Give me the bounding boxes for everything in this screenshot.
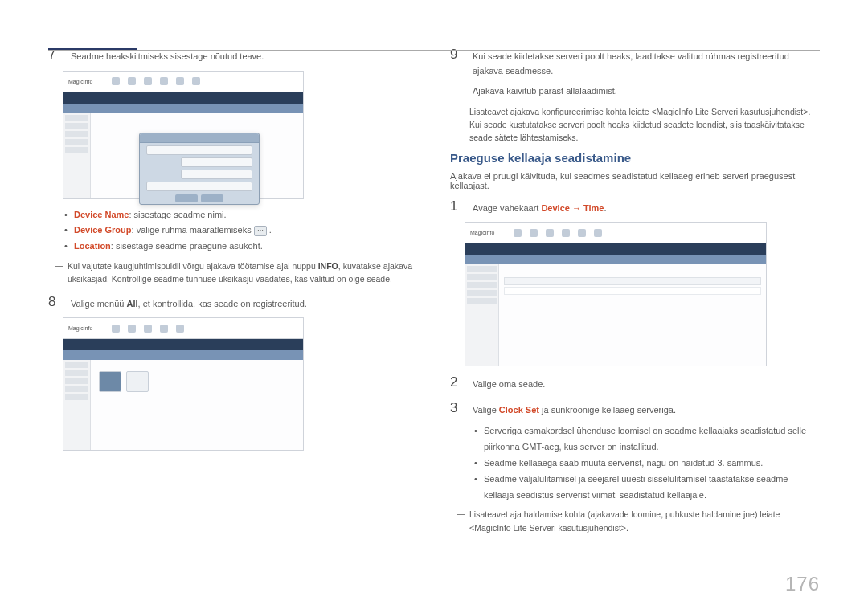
dialog-titlebar xyxy=(140,133,259,143)
device-time-path: Device → Time xyxy=(541,203,604,213)
step9-line2: Ajakava käivitub pärast allalaadimist. xyxy=(473,84,820,99)
app-header-icons xyxy=(97,77,200,85)
header-icon xyxy=(594,229,602,237)
screenshot-device-time-tab: MagicInfo xyxy=(465,222,767,366)
note-text: Kui vajutate kaugjuhtimispuldil võrgu aj… xyxy=(68,261,412,284)
step-text: Avage vahekaart Device → Time. xyxy=(473,198,607,216)
section-intro: Ajakava ei pruugi käivituda, kui seadmes… xyxy=(450,171,820,190)
right-column: 9 Kui seade kiidetakse serveri poolt hea… xyxy=(450,39,820,541)
list-item-row xyxy=(504,287,761,295)
list-header-row xyxy=(504,277,761,285)
device-tile-selected xyxy=(99,371,121,392)
header-icon xyxy=(128,77,136,85)
header-icon xyxy=(160,77,168,85)
app-header-icons xyxy=(97,325,184,333)
bullet-server-change: Seadme kellaaega saab muuta serverist, n… xyxy=(474,456,820,472)
bullet-device-name: Device Name: sisestage seadme nimi. xyxy=(64,207,418,223)
screenshot-canvas xyxy=(91,360,303,450)
screenshot-menubar xyxy=(63,92,303,104)
header-icon xyxy=(546,229,554,237)
screenshot-device-approval-dialog: MagicInfo xyxy=(63,71,304,199)
header-icon xyxy=(530,229,538,237)
header-icon xyxy=(562,229,570,237)
header-rule xyxy=(48,50,820,51)
bullet-device-group: Device Group: valige rühma määratlemisek… xyxy=(64,223,418,239)
field-label: Device Group xyxy=(74,225,132,235)
app-logo-text: MagicInfo xyxy=(63,325,97,331)
approval-dialog xyxy=(139,133,260,205)
clock-set-label: Clock Set xyxy=(499,405,539,415)
device-tile xyxy=(126,371,149,392)
dialog-field xyxy=(146,145,252,155)
step7-note: Kui vajutate kaugjuhtimispuldil võrgu aj… xyxy=(55,260,418,286)
header-icon xyxy=(144,325,152,333)
bullet-gmt: Serveriga esmakordsel ühenduse loomisel … xyxy=(474,423,820,456)
header-icon xyxy=(144,77,152,85)
header-icon xyxy=(192,77,200,85)
dialog-button xyxy=(201,194,223,202)
screenshot-tabbar xyxy=(465,255,766,264)
all-bold: All xyxy=(127,299,138,309)
dialog-button-row xyxy=(140,194,259,202)
screenshot-device-list-all: MagicInfo xyxy=(63,317,304,451)
section-heading-current-time: Praeguse kellaaja seadistamine xyxy=(450,151,820,165)
step7-field-bullets: Device Name: sisestage seadme nimi. Devi… xyxy=(64,207,418,255)
step-number: 8 xyxy=(48,294,59,312)
screenshot-titlebar: MagicInfo xyxy=(63,318,303,339)
step-text: Valige oma seade. xyxy=(473,374,545,392)
field-desc: : sisestage seadme praegune asukoht. xyxy=(111,241,263,251)
dialog-field xyxy=(181,157,252,167)
page-content: 7 Seadme heakskiitmiseks sisestage nõutu… xyxy=(0,0,868,565)
step9-line1: Kui seade kiidetakse serveri poolt heaks… xyxy=(473,50,820,78)
screenshot-titlebar: MagicInfo xyxy=(63,72,303,92)
header-icon xyxy=(176,325,184,333)
step-number: 2 xyxy=(450,374,461,392)
header-icon xyxy=(128,325,136,333)
step-text: Valige Clock Set ja sünkroonige kellaaeg… xyxy=(473,400,676,418)
step-text: Kui seade kiidetakse serveri poolt heaks… xyxy=(473,47,820,99)
step-number: 3 xyxy=(450,400,461,418)
left-column: 7 Seadme heakskiitmiseks sisestage nõutu… xyxy=(48,39,418,541)
header-icon xyxy=(112,325,120,333)
note-time-management: Lisateavet aja haldamise kohta (ajakavad… xyxy=(457,508,820,534)
step9-notes: Lisateavet ajakava konfigureerimise koht… xyxy=(457,105,820,145)
field-label: Device Name xyxy=(74,210,129,219)
step-1-time: 1 Avage vahekaart Device → Time. xyxy=(450,198,820,216)
field-desc: : valige rühma määratlemiseks xyxy=(132,225,254,235)
step-8: 8 Valige menüü All, et kontrollida, kas … xyxy=(48,294,418,312)
step-number: 1 xyxy=(450,198,461,216)
screenshot-tabbar xyxy=(63,350,303,360)
screenshot-canvas xyxy=(91,113,303,198)
screenshot-menubar xyxy=(63,339,303,350)
app-header-icons xyxy=(499,229,602,237)
header-icon xyxy=(514,229,522,237)
screenshot-menubar xyxy=(465,243,766,255)
page-number: 176 xyxy=(785,573,820,595)
screenshot-titlebar: MagicInfo xyxy=(465,223,766,243)
header-icon xyxy=(160,325,168,333)
time-dash-note: Lisateavet aja haldamise kohta (ajakavad… xyxy=(457,508,820,534)
screenshot-sidebar xyxy=(63,360,91,450)
header-icon xyxy=(578,229,586,237)
ellipsis-button-icon: ⋯ xyxy=(254,226,267,236)
note-device-delete: Kui seade kustutatakse serveri poolt hea… xyxy=(457,118,820,145)
step-number: 9 xyxy=(450,47,461,99)
header-icon xyxy=(112,77,120,85)
dialog-button xyxy=(175,194,198,202)
note-configure-schedule: Lisateavet ajakava konfigureerimise koht… xyxy=(457,105,820,118)
field-desc: : sisestage seadme nimi. xyxy=(129,210,227,219)
field-label: Location xyxy=(74,241,111,251)
info-bold: INFO xyxy=(318,261,338,271)
screenshot-sidebar xyxy=(63,113,91,198)
header-icon xyxy=(176,77,184,85)
step-text: Valige menüü All, et kontrollida, kas se… xyxy=(71,294,307,312)
screenshot-tabbar xyxy=(63,104,303,113)
bullet-reboot-restore: Seadme väljalülitamisel ja seejärel uues… xyxy=(474,472,820,504)
dialog-field xyxy=(146,182,252,191)
step-9: 9 Kui seade kiidetakse serveri poolt hea… xyxy=(450,47,820,99)
screenshot-canvas xyxy=(499,264,766,366)
time-notes-bullets: Serveriga esmakordsel ühenduse loomisel … xyxy=(474,423,820,503)
screenshot-sidebar xyxy=(465,264,499,366)
dialog-field xyxy=(181,170,252,179)
app-logo-text: MagicInfo xyxy=(465,230,499,235)
